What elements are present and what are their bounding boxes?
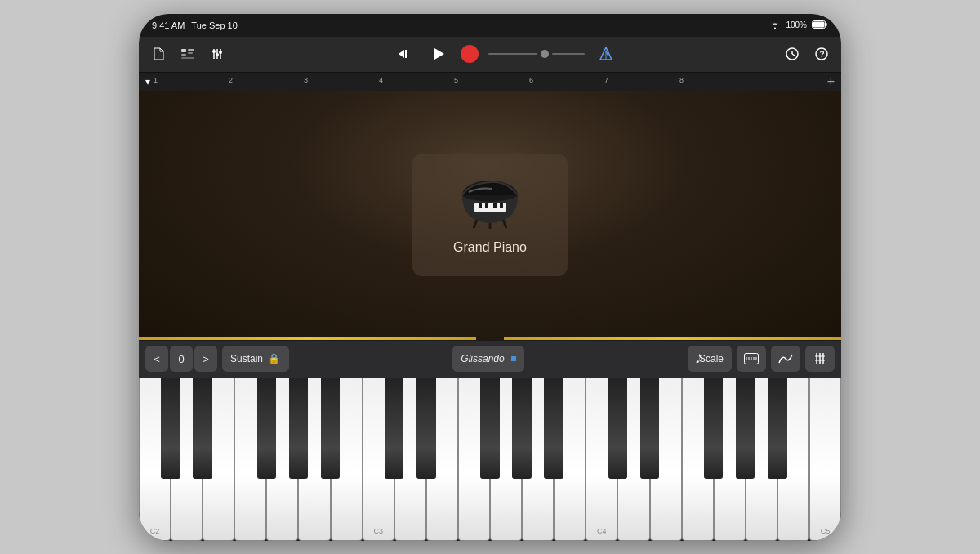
svg-rect-33 bbox=[500, 203, 503, 208]
svg-rect-30 bbox=[479, 203, 482, 208]
svg-marker-14 bbox=[399, 50, 404, 58]
glissando-dot bbox=[511, 356, 516, 361]
ruler-num-3: 3 bbox=[304, 76, 308, 84]
key-label: C2 bbox=[150, 527, 160, 535]
svg-rect-6 bbox=[188, 52, 193, 54]
chord-button[interactable] bbox=[805, 346, 835, 372]
ruler-num-5: 5 bbox=[454, 76, 458, 84]
clock-button[interactable] bbox=[781, 42, 804, 65]
new-song-button[interactable] bbox=[147, 42, 170, 65]
ruler-num-1: 1 bbox=[154, 76, 158, 84]
black-key[interactable] bbox=[480, 378, 499, 479]
tempo-control bbox=[488, 50, 585, 58]
svg-rect-1 bbox=[826, 23, 827, 26]
scale-label: Scale bbox=[699, 353, 724, 364]
instrument-area: Grand Piano bbox=[139, 91, 841, 340]
svg-rect-4 bbox=[181, 54, 186, 56]
status-bar: 9:41 AM Tue Sep 10 100% bbox=[139, 14, 841, 37]
accent-bar-left bbox=[139, 337, 476, 340]
svg-text:?: ? bbox=[820, 50, 825, 59]
ruler-num-8: 8 bbox=[679, 76, 684, 84]
piano-keyboard[interactable]: C2C3C4C5 bbox=[139, 378, 841, 541]
battery-text: 100% bbox=[786, 20, 807, 29]
status-date: Tue Sep 10 bbox=[191, 20, 237, 30]
key-label: C3 bbox=[373, 527, 383, 535]
svg-rect-5 bbox=[188, 49, 194, 51]
octave-nav: < 0 > bbox=[145, 346, 217, 372]
black-key[interactable] bbox=[193, 378, 212, 479]
ruler-num-4: 4 bbox=[379, 76, 383, 84]
svg-line-22 bbox=[792, 54, 795, 56]
play-button[interactable] bbox=[426, 42, 451, 66]
svg-marker-16 bbox=[434, 48, 444, 60]
lock-icon: 🔒 bbox=[266, 351, 281, 366]
octave-next-button[interactable]: > bbox=[194, 346, 217, 372]
svg-line-28 bbox=[503, 220, 506, 228]
piano-icon bbox=[457, 175, 523, 232]
ruler-num-2: 2 bbox=[229, 76, 233, 84]
black-key[interactable] bbox=[161, 378, 180, 479]
status-time: 9:41 AM bbox=[152, 20, 185, 30]
tracks-button[interactable] bbox=[176, 42, 199, 65]
octave-prev-button[interactable]: < bbox=[145, 346, 168, 372]
svg-point-11 bbox=[212, 50, 216, 53]
key-label: C4 bbox=[597, 527, 607, 535]
black-key[interactable] bbox=[736, 378, 755, 479]
svg-rect-2 bbox=[813, 21, 825, 27]
help-button[interactable]: ? bbox=[810, 42, 833, 65]
svg-point-12 bbox=[216, 53, 219, 56]
ruler-ticks: 1 2 3 4 5 6 7 8 bbox=[154, 73, 824, 91]
playhead-icon: ▾ bbox=[145, 76, 150, 87]
toolbar: ? bbox=[139, 37, 841, 73]
svg-rect-32 bbox=[493, 203, 497, 208]
timeline-ruler: ▾ 1 2 3 4 5 6 7 8 + bbox=[139, 73, 841, 91]
black-key[interactable] bbox=[416, 378, 435, 479]
instrument-card[interactable]: Grand Piano bbox=[412, 154, 568, 276]
sustain-button[interactable]: Sustain 🔒 bbox=[222, 346, 289, 372]
octave-number: 0 bbox=[170, 346, 193, 372]
glissando-label: Glissando bbox=[461, 353, 504, 364]
black-key[interactable] bbox=[512, 378, 531, 479]
arpeggio-button[interactable] bbox=[771, 346, 800, 372]
black-key[interactable] bbox=[704, 378, 723, 479]
wifi-icon bbox=[769, 20, 781, 30]
black-key[interactable] bbox=[257, 378, 276, 479]
ruler-num-6: 6 bbox=[529, 76, 533, 84]
glissando-button[interactable]: Glissando bbox=[452, 346, 523, 372]
ipad-frame: 9:41 AM Tue Sep 10 100% bbox=[139, 14, 841, 541]
svg-rect-31 bbox=[485, 203, 488, 208]
keyboard-button[interactable] bbox=[737, 346, 766, 372]
accent-bar-right bbox=[504, 337, 841, 340]
add-track-button[interactable]: + bbox=[827, 74, 835, 89]
battery-icon bbox=[812, 20, 828, 30]
black-key[interactable] bbox=[608, 378, 627, 479]
black-key[interactable] bbox=[640, 378, 659, 479]
svg-point-13 bbox=[219, 51, 222, 54]
black-key[interactable] bbox=[385, 378, 403, 479]
black-key[interactable] bbox=[321, 378, 340, 479]
black-key[interactable] bbox=[544, 378, 563, 479]
svg-rect-3 bbox=[181, 49, 186, 52]
rewind-button[interactable] bbox=[392, 42, 416, 66]
black-key[interactable] bbox=[768, 378, 786, 479]
white-key[interactable]: C5 bbox=[809, 378, 841, 541]
svg-line-26 bbox=[474, 220, 477, 228]
key-label: C5 bbox=[821, 527, 831, 535]
scale-button[interactable]: 𝅘𝅥𝅮 Scale bbox=[688, 346, 732, 372]
sustain-label: Sustain bbox=[230, 353, 263, 364]
ruler-num-7: 7 bbox=[604, 76, 608, 84]
black-key[interactable] bbox=[289, 378, 308, 479]
controls-bar: < 0 > Sustain 🔒 Glissando 𝅘𝅥𝅮 Scale bbox=[139, 340, 841, 378]
instrument-name: Grand Piano bbox=[453, 240, 527, 255]
svg-rect-15 bbox=[405, 50, 407, 58]
svg-rect-7 bbox=[181, 57, 194, 59]
mixer-button[interactable] bbox=[206, 42, 229, 65]
record-button[interactable] bbox=[461, 45, 479, 63]
metronome-button[interactable] bbox=[595, 42, 617, 65]
